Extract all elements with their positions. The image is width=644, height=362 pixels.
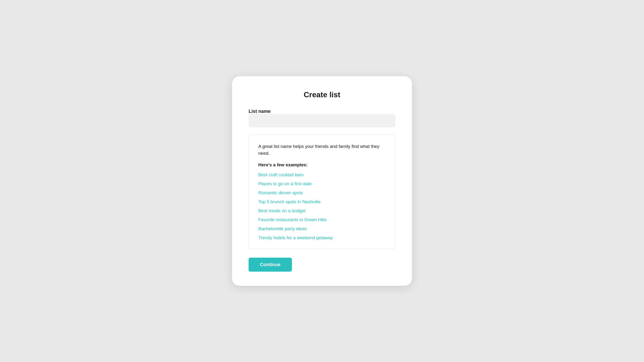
example-item[interactable]: Trendy hotels for a weekend getaway bbox=[258, 235, 386, 240]
examples-box: A great list name helps your friends and… bbox=[248, 134, 396, 249]
example-item[interactable]: Best meals on a budget bbox=[258, 208, 386, 213]
example-item[interactable]: Romantic dinner spots bbox=[258, 190, 386, 195]
create-list-modal: Create list List name A great list name … bbox=[232, 76, 412, 286]
example-item[interactable]: Favorite restaurants in Green Hills bbox=[258, 217, 386, 222]
list-name-label: List name bbox=[248, 109, 270, 114]
example-item[interactable]: Bachelorette party ideas bbox=[258, 226, 386, 231]
examples-description: A great list name helps your friends and… bbox=[258, 143, 386, 157]
continue-button[interactable]: Continue bbox=[248, 258, 292, 272]
examples-heading: Here's a few examples: bbox=[258, 162, 386, 168]
list-name-input[interactable] bbox=[248, 114, 396, 127]
example-item[interactable]: Best craft cocktail bars bbox=[258, 172, 386, 177]
modal-title: Create list bbox=[248, 90, 396, 99]
example-item[interactable]: Top 5 brunch spots in Nashville bbox=[258, 199, 386, 204]
example-item[interactable]: Places to go on a first date bbox=[258, 181, 386, 186]
